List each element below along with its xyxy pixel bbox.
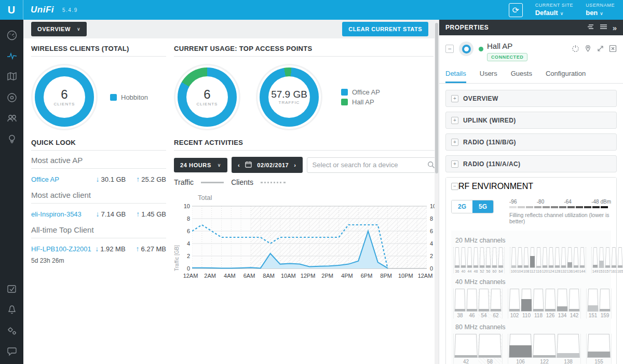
channel-102: 102 [509, 289, 520, 318]
refresh-button[interactable]: ⟳ [509, 3, 523, 17]
pulse-icon [6, 50, 18, 64]
sidebar-item-statistics[interactable] [0, 48, 23, 66]
channel-124: 124 [548, 247, 554, 273]
channel-157: 157 [605, 247, 611, 273]
channel-64: 64 [498, 247, 504, 273]
collapse-panel-icon[interactable]: » [613, 23, 617, 32]
channel-161: 161 [611, 247, 617, 273]
device-link[interactable]: Office AP [31, 176, 59, 183]
scrollbar-thumb[interactable] [435, 23, 438, 173]
upload-icon: ↑ [136, 175, 140, 183]
section-radio-11naac[interactable]: +RADIO (11N/A/AC) [445, 155, 617, 172]
channel-128: 128 [554, 247, 560, 273]
ubiquiti-logo[interactable]: U [0, 0, 23, 20]
chat-bubble-icon [6, 346, 18, 359]
sidebar-item-clients[interactable] [0, 110, 23, 129]
main-scrollbar[interactable] [435, 20, 439, 364]
channel-136: 136 [567, 247, 573, 273]
section-radio-11nbg[interactable]: +RADIO (11N/B/G) [445, 133, 617, 151]
section-uplink-wired[interactable]: +UPLINK (WIRED) [445, 112, 617, 129]
users-icon [6, 113, 18, 126]
chevron-down-icon: ∨ [77, 26, 80, 32]
band-toggle-5g[interactable]: 5G [472, 200, 493, 213]
band-label: 80 MHz channels [455, 323, 609, 331]
collapse-icon: − [451, 183, 458, 190]
channel-60: 60 [492, 247, 497, 273]
download-icon: ↓ [96, 175, 100, 183]
sidebar-item-alerts[interactable] [0, 302, 23, 320]
date-value: 02/02/2017 [257, 162, 289, 168]
expand-panel-icon[interactable] [597, 45, 604, 55]
clear-current-stats-button[interactable]: CLEAR CURRENT STATS [342, 22, 428, 36]
traffic-legend-line [201, 182, 224, 183]
calendar-icon [245, 161, 252, 169]
all-time-top-client-row: HF-LPB100-ZJ2001 ↓1.92 MB ↑6.27 MB [31, 245, 166, 253]
channel-42: 42 [454, 334, 478, 364]
tab-guests[interactable]: Guests [511, 66, 532, 83]
main-content: OVERVIEW∨ CLEAR CURRENT STATS WIRELESS C… [23, 20, 435, 364]
channel-122: 122 [533, 334, 556, 364]
device-search-input[interactable] [307, 157, 439, 173]
quick-look-title: QUICK LOOK [31, 139, 166, 151]
device-link[interactable]: HF-LPB100-ZJ2001 [31, 245, 91, 253]
channel-118: 118 [533, 289, 544, 318]
channel-112: 112 [530, 247, 535, 273]
sidebar-item-insights[interactable] [0, 131, 23, 150]
rf-environment-header[interactable]: − RF ENVIRONMENT [446, 178, 616, 195]
sidebar-item-dashboard[interactable] [0, 27, 23, 46]
band-label: 20 MHz channels [455, 237, 609, 244]
channel-151: 151 [587, 289, 599, 318]
channel-159: 159 [599, 289, 611, 318]
view-selector-dropdown[interactable]: OVERVIEW∨ [31, 22, 87, 36]
utilization-note: Filling reflects channel utilization (lo… [509, 212, 611, 224]
channel-58: 58 [478, 334, 502, 364]
download-icon: ↓ [96, 210, 100, 218]
all-time-top-client-label: All-time Top Client [31, 220, 166, 238]
y-axis-ticks-left: 0246810 [180, 204, 192, 271]
locate-device-icon[interactable] [584, 45, 592, 55]
section-overview[interactable]: +OVERVIEW [445, 90, 617, 107]
time-range-dropdown[interactable]: 24 HOURS∨ [174, 158, 227, 172]
current-site-dropdown[interactable]: CURRENT SITE Default∨ [535, 3, 574, 17]
next-day-icon[interactable]: › [294, 162, 296, 168]
sidebar-item-chat[interactable] [0, 343, 23, 362]
collapse-device-icon[interactable]: − [445, 45, 454, 53]
stack-view-icon[interactable] [587, 23, 594, 32]
most-active-ap-row: Office AP ↓30.1 GB ↑25.2 GB [31, 175, 166, 183]
band-toggle: 2G 5G [451, 200, 494, 213]
lightbulb-icon [6, 133, 18, 147]
most-active-client-label: Most active client [31, 185, 166, 204]
sidebar-item-settings[interactable] [0, 322, 23, 341]
band-toggle-2g[interactable]: 2G [452, 200, 472, 213]
clients-total-donut: 6 CLIENTS [31, 64, 98, 130]
current-usage-title: CURRENT USAGE: TOP ACCESS POINTS [174, 45, 434, 57]
refresh-icon: ⟳ [512, 5, 519, 15]
tab-details[interactable]: Details [445, 66, 466, 83]
recent-activities-title: RECENT ACTIVITIES [174, 139, 439, 151]
channel-142: 142 [568, 289, 580, 318]
device-link[interactable]: eli-Inspiron-3543 [31, 210, 82, 218]
legend-item-office-ap: Office AP [341, 88, 380, 96]
sidebar-item-devices[interactable] [0, 89, 23, 108]
legend-item-hall-ap: Hall AP [341, 98, 380, 106]
top-ap-clients-donut: 6 CLIENTS [174, 64, 240, 130]
date-picker[interactable]: ‹ 02/02/2017 › [232, 157, 303, 173]
close-panel-icon[interactable] [609, 45, 617, 55]
stats-toolbar: OVERVIEW∨ CLEAR CURRENT STATS [23, 20, 435, 38]
properties-title: PROPERTIES [445, 24, 489, 31]
prev-day-icon[interactable]: ‹ [238, 162, 240, 168]
expand-icon: + [451, 139, 458, 146]
channel-104: 104 [517, 247, 523, 273]
sidebar-item-events[interactable] [0, 281, 23, 300]
channel-126: 126 [545, 289, 556, 318]
clients-total-unit: CLIENTS [54, 102, 75, 106]
y-axis-label: Traffic [GB] [174, 204, 180, 271]
username-dropdown[interactable]: USERNAME ben∨ [586, 3, 615, 17]
restart-device-icon[interactable] [572, 45, 579, 55]
tab-configuration[interactable]: Configuration [546, 66, 586, 83]
clients-legend-label: Clients [231, 178, 253, 186]
tab-users[interactable]: Users [480, 66, 497, 83]
username-label: USERNAME [586, 3, 615, 8]
sidebar-item-map[interactable] [0, 69, 23, 87]
list-view-icon[interactable] [600, 23, 607, 32]
